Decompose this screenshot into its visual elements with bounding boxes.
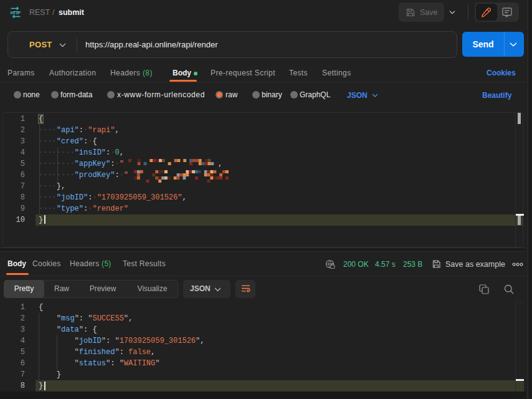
svg-text:HTTP: HTTP <box>11 10 21 16</box>
